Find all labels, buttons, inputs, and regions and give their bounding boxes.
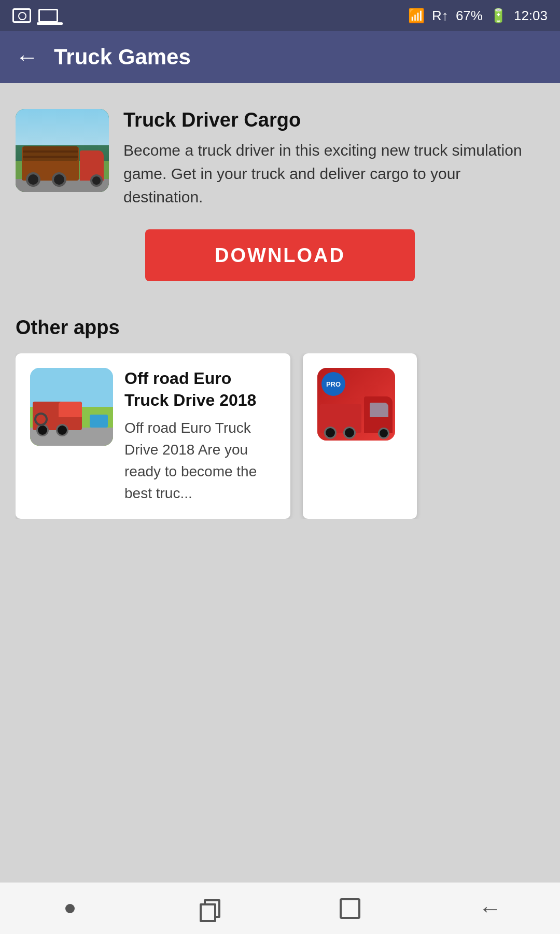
other-apps-section: Other apps bbox=[16, 317, 544, 519]
battery-icon: 🔋 bbox=[490, 8, 507, 24]
app-card-2-inner: PRO bbox=[317, 368, 402, 499]
battery-percent: 67% bbox=[456, 8, 483, 24]
apps-scroll-row: Off road Euro Truck Drive 2018 Off road … bbox=[16, 353, 544, 519]
status-icons bbox=[12, 8, 58, 23]
app-card-1[interactable]: Off road Euro Truck Drive 2018 Off road … bbox=[16, 353, 290, 519]
wifi-icon: 📶 bbox=[408, 8, 425, 24]
home-icon bbox=[340, 898, 360, 919]
app-description: Become a truck driver in this exciting n… bbox=[123, 139, 544, 209]
back-button[interactable]: ← bbox=[16, 46, 38, 68]
app-card-1-desc: Off road Euro Truck Drive 2018 Are you r… bbox=[124, 417, 276, 504]
photo-icon bbox=[12, 8, 31, 23]
recent-icon bbox=[200, 899, 220, 918]
app-icon bbox=[16, 109, 109, 192]
bottom-navigation: ← bbox=[0, 882, 560, 934]
main-content: Truck Driver Cargo Become a truck driver… bbox=[0, 83, 560, 534]
app-card-1-icon bbox=[30, 368, 113, 446]
app-card-2-icon: PRO bbox=[317, 368, 395, 441]
home-button[interactable] bbox=[49, 888, 91, 929]
signal-icon: R↑ bbox=[432, 8, 449, 24]
status-info: 📶 R↑ 67% 🔋 12:03 bbox=[408, 8, 548, 24]
laptop-icon bbox=[38, 9, 58, 22]
other-apps-title: Other apps bbox=[16, 317, 544, 339]
truck-cargo-artwork bbox=[16, 109, 109, 192]
back-nav-button[interactable]: ← bbox=[469, 888, 511, 929]
app-card-1-name: Off road Euro Truck Drive 2018 bbox=[124, 368, 276, 411]
app-header: Truck Driver Cargo Become a truck driver… bbox=[16, 109, 544, 209]
app-card-1-text: Off road Euro Truck Drive 2018 Off road … bbox=[124, 368, 276, 504]
pro-badge: PRO bbox=[321, 372, 345, 396]
featured-app-card: Truck Driver Cargo Become a truck driver… bbox=[16, 99, 544, 292]
app-card-1-inner: Off road Euro Truck Drive 2018 Off road … bbox=[30, 368, 276, 504]
app-card-2[interactable]: PRO bbox=[303, 353, 417, 519]
euro-truck-artwork bbox=[30, 368, 113, 446]
clock: 12:03 bbox=[514, 8, 548, 24]
pro-truck-artwork: PRO bbox=[317, 368, 395, 441]
download-button[interactable]: DOWNLOAD bbox=[145, 229, 415, 281]
circle-icon bbox=[65, 904, 75, 913]
navigation-bar: ← Truck Games bbox=[0, 31, 560, 83]
app-info: Truck Driver Cargo Become a truck driver… bbox=[123, 109, 544, 209]
overview-button[interactable] bbox=[329, 888, 371, 929]
status-bar: 📶 R↑ 67% 🔋 12:03 bbox=[0, 0, 560, 31]
back-arrow-icon: ← bbox=[479, 896, 501, 922]
recent-apps-button[interactable] bbox=[189, 888, 231, 929]
app-name: Truck Driver Cargo bbox=[123, 109, 544, 131]
page-title: Truck Games bbox=[54, 45, 191, 70]
